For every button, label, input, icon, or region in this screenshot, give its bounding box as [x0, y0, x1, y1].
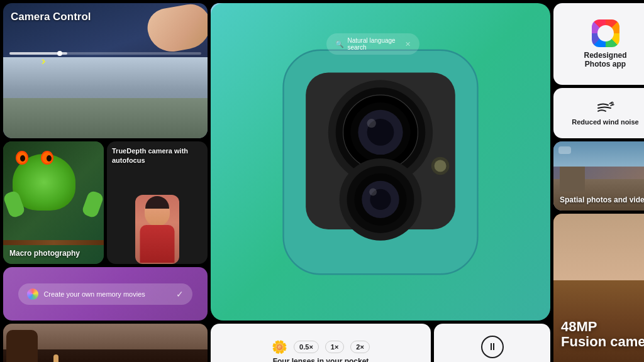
four-lenses-card: 🌼 0.5× 1× 2× Four lenses in your pocket — [211, 324, 431, 362]
photos-app-label-line2: Photos app — [584, 60, 626, 69]
search-clear-icon: ✕ — [405, 40, 411, 48]
four-lenses-label: Four lenses in your pocket — [273, 357, 369, 363]
wind-noise-card: Reduced wind noise — [553, 88, 644, 138]
memory-checkmark-icon: ✓ — [176, 289, 184, 299]
svg-point-11 — [367, 119, 376, 128]
search-icon: 🔍 — [335, 40, 344, 48]
wind-icon — [596, 101, 616, 116]
fusion-48mp-title: 48MP Fusion camera — [561, 319, 644, 349]
macro-card: Macro photography — [3, 141, 104, 264]
photos-app-card: Redesigned Photos app — [553, 3, 644, 85]
camera-control-card: Camera Control — [3, 3, 208, 138]
spatial-card: Spatial photos and videos — [553, 141, 644, 211]
lens-2x: 2× — [350, 341, 370, 353]
truedepth-label: TrueDepth camera with autofocus — [112, 146, 203, 166]
lens-05x: 0.5× — [294, 341, 319, 353]
natural-search-bar[interactable]: 🔍 Natural language search ✕ — [326, 33, 419, 55]
svg-line-1 — [611, 104, 614, 106]
lens-1x: 1× — [325, 341, 345, 353]
ultrawide-card: New Ultra Wide with autofocus — [3, 324, 208, 362]
spatial-label: Spatial photos and videos — [560, 195, 644, 204]
photos-app-icon — [592, 19, 619, 47]
memory-input-bar[interactable]: Create your own memory movies ✓ — [18, 283, 192, 305]
wind-noise-label: Reduced wind noise — [572, 118, 638, 126]
hero-camera-svg — [245, 35, 516, 289]
lens-flower-icon: 🌼 — [272, 339, 287, 354]
svg-point-19 — [435, 160, 447, 172]
search-input-text: Natural language search — [348, 37, 401, 51]
main-grid: Camera Control Clean Up — [0, 0, 644, 362]
svg-point-2 — [611, 102, 613, 104]
truedepth-card: TrueDepth camera with autofocus — [107, 141, 208, 264]
memory-input-text: Create your own memory movies — [43, 290, 170, 298]
fusion-48mp-card: 48MP Fusion camera with 2x Telephoto — [553, 214, 644, 362]
pause-button[interactable]: ⏸ — [481, 336, 504, 358]
photos-app-label-line1: Redesigned — [584, 51, 626, 60]
pause-icon: ⏸ — [487, 341, 497, 353]
pause-recording-card: ⏸ Pause video recording — [434, 324, 550, 362]
macro-label: Macro photography — [9, 249, 80, 258]
camera-control-title: Camera Control — [11, 11, 91, 23]
memory-movies-card: Create your own memory movies ✓ — [3, 267, 208, 321]
memory-spinner-icon — [27, 288, 38, 300]
svg-point-17 — [369, 188, 377, 195]
